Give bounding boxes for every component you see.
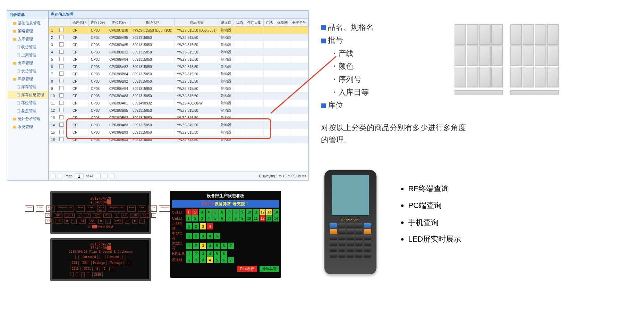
wms-nav-item[interactable]: 发货管理	[7, 67, 48, 75]
andon-ems-button[interactable]: Ems发行	[237, 266, 257, 272]
pager-last-icon[interactable]	[103, 174, 108, 178]
pallet-clipart	[455, 24, 559, 101]
row-checkbox[interactable]	[59, 28, 63, 32]
row-checkbox[interactable]	[59, 123, 63, 127]
row-checkbox[interactable]	[59, 64, 63, 68]
pager-prev-icon[interactable]	[58, 174, 62, 178]
scanner-key	[347, 235, 354, 240]
cube-icon	[547, 24, 559, 45]
scanner-key	[338, 235, 346, 240]
andon-board: 设备部生产状态看板 R17-1 设备异常 请支援！ CELLⅠ123456789…	[170, 191, 281, 278]
column-header[interactable]: 仓库单号	[290, 19, 308, 27]
table-row[interactable]: 12CPCP03CP0388B958091315850YWZ9-315/50制动…	[49, 107, 308, 114]
table-row[interactable]: 14CPCP03CP0388A838091315850YWZ9-315/50制动…	[49, 121, 308, 129]
column-header[interactable]: 保质期	[275, 19, 290, 27]
row-checkbox[interactable]	[59, 42, 63, 47]
table-row[interactable]: 5CPCP03CP0389A948091315850YWZ9-315/50制动器	[49, 56, 308, 63]
led2-time: 15:49:00██	[90, 246, 111, 250]
wms-nav-item[interactable]: 统计分析管理	[7, 115, 48, 123]
row-checkbox[interactable]	[59, 50, 63, 54]
andon-row: CELLⅠ1234567891011121314	[172, 209, 279, 215]
wms-pager[interactable]: Page of 41 Displaying 1 to 16 of 651 ite…	[49, 171, 308, 180]
page-icon	[17, 101, 20, 105]
description-text: 对按以上分类的商品分别有多少进行多角度的管理。	[321, 121, 470, 146]
scanner-key	[364, 253, 371, 258]
sub-line: ・产线	[321, 47, 374, 60]
wms-nav-item[interactable]: 库存管理	[7, 83, 48, 91]
cube-icon	[491, 45, 503, 66]
led-displays: 2019/04/28 15:49:00██ ItemLinePick upDis…	[50, 191, 151, 281]
column-header[interactable]: 生产日期	[245, 19, 264, 27]
column-header[interactable]: 库区代码	[89, 19, 107, 27]
cube-icon	[547, 45, 559, 66]
scanner-key	[364, 229, 371, 234]
wms-nav-item[interactable]: 策略管理	[7, 27, 48, 35]
column-header[interactable]: 商品代码	[130, 19, 175, 27]
table-row[interactable]: 1CPCP03CP0387B38YWZ9-315/50 (D50.7100)YW…	[49, 27, 308, 34]
andon-cell: 10	[246, 215, 252, 221]
row-checkbox[interactable]	[59, 35, 63, 39]
table-row[interactable]: 2CPCP03CP0388A858091315850YWZ9-315/50制动器	[49, 34, 308, 41]
andon-paint-button[interactable]: 涂装车间	[260, 266, 279, 272]
pager-page-label: Page	[65, 174, 73, 178]
wms-nav-item[interactable]: 收货管理	[7, 43, 48, 51]
wms-nav-item[interactable]: 库存信息管理	[7, 91, 48, 99]
wms-nav-item[interactable]: 基础信息管理	[7, 19, 48, 27]
page-icon	[17, 85, 20, 89]
wms-nav-item[interactable]: 库存管理	[7, 75, 48, 83]
scanner-screen	[331, 174, 370, 216]
table-row[interactable]: 3CPCP03CP0389A858091315850YWZ9-315/50制动器	[49, 41, 308, 49]
andon-cell: 2	[193, 257, 199, 263]
wms-nav-item[interactable]: 入库管理	[7, 35, 48, 43]
cube-icon	[455, 67, 466, 87]
column-header[interactable]: 供应商	[219, 19, 234, 27]
wms-nav-item[interactable]: 盘点管理	[7, 107, 48, 115]
table-row[interactable]: 8CPCP03CP0389B928091315850YWZ9-315/50制动器	[49, 78, 308, 85]
row-checkbox[interactable]	[59, 115, 63, 119]
andon-row: CELLⅡ1234567891011121314	[172, 215, 279, 221]
table-row[interactable]: 10CPCP03CP0389A838091315850YWZ9-315/50制动…	[49, 92, 308, 100]
row-checkbox[interactable]	[59, 130, 63, 134]
table-row[interactable]: 7CPCP03CP0388B848091315850YWZ9-315/50制动器	[49, 70, 308, 78]
cube-icon	[467, 67, 478, 87]
column-header[interactable]	[66, 19, 70, 27]
handheld-scanner: DATALOGIC	[321, 170, 380, 278]
page-icon	[17, 45, 20, 49]
row-checkbox[interactable]	[59, 93, 63, 98]
row-checkbox[interactable]	[59, 108, 63, 112]
column-header[interactable]: 状态	[234, 19, 245, 27]
table-row[interactable]: 15CPCP03CP0389B938091315850YWZ9-315/50制动…	[49, 129, 308, 136]
andon-cell: 5	[212, 215, 218, 221]
andon-cell: 1	[186, 243, 192, 249]
wms-nav-item[interactable]: 移位管理	[7, 99, 48, 107]
wms-nav-item[interactable]: 上架管理	[7, 51, 48, 59]
wms-nav-item[interactable]: 系统管理	[7, 123, 48, 131]
pager-page-input[interactable]	[75, 173, 84, 179]
row-checkbox[interactable]	[59, 86, 63, 90]
table-row[interactable]: 16CPCP03CP0389B938091315850YWZ9-315/50制动…	[49, 136, 308, 143]
pager-next-icon[interactable]	[96, 174, 101, 178]
row-checkbox[interactable]	[59, 57, 63, 61]
column-header[interactable]: 仓库代码	[70, 19, 89, 27]
table-row[interactable]: 6CPCP03CP0388A828091315850YWZ9-315/50制动器	[49, 63, 308, 70]
row-checkbox[interactable]	[59, 79, 63, 83]
row-checkbox[interactable]	[59, 72, 63, 76]
scanner-key	[347, 223, 354, 228]
pager-first-icon[interactable]	[51, 174, 56, 178]
spec-bullets: 品名、规格名 批号 ・产线 ・颜色 ・序列号 ・入库日等 库位	[321, 21, 374, 112]
pager-refresh-icon[interactable]	[110, 174, 115, 178]
andon-cell: 3	[199, 215, 205, 221]
scanner-key	[338, 247, 346, 252]
andon-cell: 7	[226, 209, 232, 215]
row-checkbox[interactable]	[59, 137, 63, 141]
column-header[interactable]: 商品名称	[175, 19, 219, 27]
column-header[interactable]: 库位代码	[107, 19, 130, 27]
table-row[interactable]: 4CPCP03CP0388B328091315850YWZ9-315/50制动器	[49, 49, 308, 56]
wms-nav-item[interactable]: 出库管理	[7, 59, 48, 67]
table-row[interactable]: 11CPCP03CP0389A818091490932YWZ9-400/80-W…	[49, 100, 308, 107]
andon-row-label: R机工具	[172, 251, 185, 256]
table-row[interactable]: 9CPCP03CP0388A948091315850YWZ9-315/50制动器	[49, 85, 308, 92]
row-checkbox[interactable]	[59, 101, 63, 105]
table-row[interactable]: 13CPCP03CP0389B938091315850YWZ9-315/50制动…	[49, 114, 308, 121]
column-header[interactable]: 产地	[264, 19, 275, 27]
